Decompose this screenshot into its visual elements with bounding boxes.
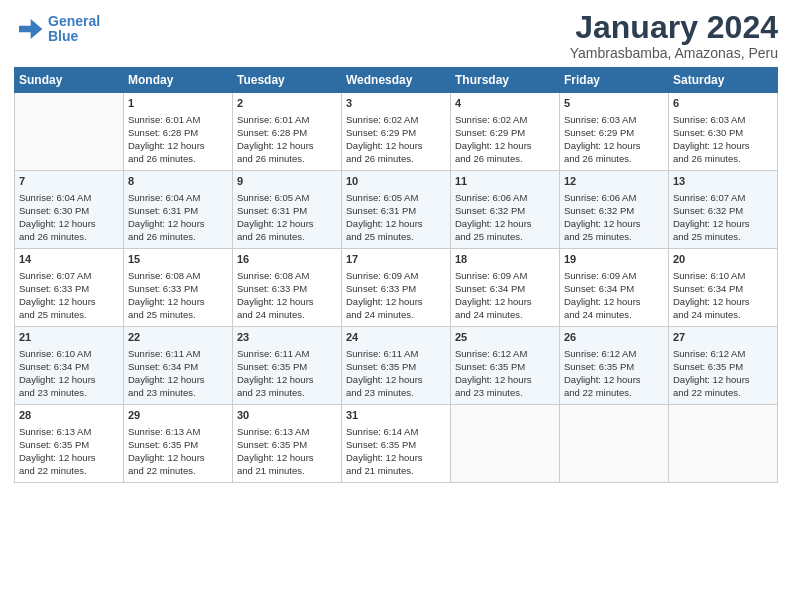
cell-content: Sunrise: 6:06 AM Sunset: 6:32 PM Dayligh… (564, 191, 664, 244)
cell-content: Sunrise: 6:10 AM Sunset: 6:34 PM Dayligh… (673, 269, 773, 322)
logo: General Blue (14, 14, 100, 45)
cell-content: Sunrise: 6:12 AM Sunset: 6:35 PM Dayligh… (455, 347, 555, 400)
day-number: 19 (564, 252, 664, 267)
cell-content: Sunrise: 6:13 AM Sunset: 6:35 PM Dayligh… (237, 425, 337, 478)
calendar-cell: 22Sunrise: 6:11 AM Sunset: 6:34 PM Dayli… (124, 327, 233, 405)
cell-content: Sunrise: 6:13 AM Sunset: 6:35 PM Dayligh… (19, 425, 119, 478)
cell-content: Sunrise: 6:12 AM Sunset: 6:35 PM Dayligh… (564, 347, 664, 400)
cell-content: Sunrise: 6:13 AM Sunset: 6:35 PM Dayligh… (128, 425, 228, 478)
cell-content: Sunrise: 6:11 AM Sunset: 6:35 PM Dayligh… (237, 347, 337, 400)
day-number: 11 (455, 174, 555, 189)
calendar-cell: 14Sunrise: 6:07 AM Sunset: 6:33 PM Dayli… (15, 249, 124, 327)
calendar-cell: 31Sunrise: 6:14 AM Sunset: 6:35 PM Dayli… (342, 405, 451, 483)
col-header-thursday: Thursday (451, 68, 560, 93)
calendar-cell: 1Sunrise: 6:01 AM Sunset: 6:28 PM Daylig… (124, 93, 233, 171)
day-number: 30 (237, 408, 337, 423)
calendar-week-1: 1Sunrise: 6:01 AM Sunset: 6:28 PM Daylig… (15, 93, 778, 171)
cell-content: Sunrise: 6:06 AM Sunset: 6:32 PM Dayligh… (455, 191, 555, 244)
col-header-wednesday: Wednesday (342, 68, 451, 93)
cell-content: Sunrise: 6:02 AM Sunset: 6:29 PM Dayligh… (346, 113, 446, 166)
calendar-cell: 27Sunrise: 6:12 AM Sunset: 6:35 PM Dayli… (669, 327, 778, 405)
calendar-cell (669, 405, 778, 483)
calendar-cell (15, 93, 124, 171)
calendar-week-2: 7Sunrise: 6:04 AM Sunset: 6:30 PM Daylig… (15, 171, 778, 249)
cell-content: Sunrise: 6:11 AM Sunset: 6:35 PM Dayligh… (346, 347, 446, 400)
calendar-cell: 29Sunrise: 6:13 AM Sunset: 6:35 PM Dayli… (124, 405, 233, 483)
calendar-week-5: 28Sunrise: 6:13 AM Sunset: 6:35 PM Dayli… (15, 405, 778, 483)
day-number: 28 (19, 408, 119, 423)
cell-content: Sunrise: 6:02 AM Sunset: 6:29 PM Dayligh… (455, 113, 555, 166)
calendar-cell: 16Sunrise: 6:08 AM Sunset: 6:33 PM Dayli… (233, 249, 342, 327)
day-number: 29 (128, 408, 228, 423)
calendar-cell: 28Sunrise: 6:13 AM Sunset: 6:35 PM Dayli… (15, 405, 124, 483)
day-number: 3 (346, 96, 446, 111)
day-number: 25 (455, 330, 555, 345)
page-container: General Blue January 2024 Yambrasbamba, … (0, 0, 792, 489)
day-number: 12 (564, 174, 664, 189)
day-number: 18 (455, 252, 555, 267)
calendar-cell: 3Sunrise: 6:02 AM Sunset: 6:29 PM Daylig… (342, 93, 451, 171)
cell-content: Sunrise: 6:03 AM Sunset: 6:29 PM Dayligh… (564, 113, 664, 166)
calendar-cell: 2Sunrise: 6:01 AM Sunset: 6:28 PM Daylig… (233, 93, 342, 171)
calendar-cell: 6Sunrise: 6:03 AM Sunset: 6:30 PM Daylig… (669, 93, 778, 171)
cell-content: Sunrise: 6:04 AM Sunset: 6:31 PM Dayligh… (128, 191, 228, 244)
calendar-cell: 18Sunrise: 6:09 AM Sunset: 6:34 PM Dayli… (451, 249, 560, 327)
calendar-cell: 20Sunrise: 6:10 AM Sunset: 6:34 PM Dayli… (669, 249, 778, 327)
calendar-cell: 26Sunrise: 6:12 AM Sunset: 6:35 PM Dayli… (560, 327, 669, 405)
calendar-cell: 25Sunrise: 6:12 AM Sunset: 6:35 PM Dayli… (451, 327, 560, 405)
day-number: 20 (673, 252, 773, 267)
header: General Blue January 2024 Yambrasbamba, … (14, 10, 778, 61)
cell-content: Sunrise: 6:03 AM Sunset: 6:30 PM Dayligh… (673, 113, 773, 166)
day-number: 9 (237, 174, 337, 189)
calendar-cell (451, 405, 560, 483)
calendar-header-row: SundayMondayTuesdayWednesdayThursdayFrid… (15, 68, 778, 93)
cell-content: Sunrise: 6:08 AM Sunset: 6:33 PM Dayligh… (237, 269, 337, 322)
cell-content: Sunrise: 6:09 AM Sunset: 6:33 PM Dayligh… (346, 269, 446, 322)
day-number: 6 (673, 96, 773, 111)
calendar-cell: 12Sunrise: 6:06 AM Sunset: 6:32 PM Dayli… (560, 171, 669, 249)
main-title: January 2024 (570, 10, 778, 45)
calendar-cell (560, 405, 669, 483)
calendar-cell: 21Sunrise: 6:10 AM Sunset: 6:34 PM Dayli… (15, 327, 124, 405)
calendar-cell: 11Sunrise: 6:06 AM Sunset: 6:32 PM Dayli… (451, 171, 560, 249)
calendar-cell: 15Sunrise: 6:08 AM Sunset: 6:33 PM Dayli… (124, 249, 233, 327)
cell-content: Sunrise: 6:07 AM Sunset: 6:32 PM Dayligh… (673, 191, 773, 244)
calendar-cell: 13Sunrise: 6:07 AM Sunset: 6:32 PM Dayli… (669, 171, 778, 249)
cell-content: Sunrise: 6:09 AM Sunset: 6:34 PM Dayligh… (455, 269, 555, 322)
cell-content: Sunrise: 6:07 AM Sunset: 6:33 PM Dayligh… (19, 269, 119, 322)
cell-content: Sunrise: 6:01 AM Sunset: 6:28 PM Dayligh… (128, 113, 228, 166)
col-header-saturday: Saturday (669, 68, 778, 93)
logo-icon (14, 14, 44, 44)
cell-content: Sunrise: 6:14 AM Sunset: 6:35 PM Dayligh… (346, 425, 446, 478)
cell-content: Sunrise: 6:05 AM Sunset: 6:31 PM Dayligh… (346, 191, 446, 244)
day-number: 4 (455, 96, 555, 111)
cell-content: Sunrise: 6:01 AM Sunset: 6:28 PM Dayligh… (237, 113, 337, 166)
cell-content: Sunrise: 6:05 AM Sunset: 6:31 PM Dayligh… (237, 191, 337, 244)
cell-content: Sunrise: 6:12 AM Sunset: 6:35 PM Dayligh… (673, 347, 773, 400)
calendar-cell: 4Sunrise: 6:02 AM Sunset: 6:29 PM Daylig… (451, 93, 560, 171)
logo-text: General Blue (48, 14, 100, 45)
day-number: 16 (237, 252, 337, 267)
calendar-week-3: 14Sunrise: 6:07 AM Sunset: 6:33 PM Dayli… (15, 249, 778, 327)
col-header-monday: Monday (124, 68, 233, 93)
day-number: 8 (128, 174, 228, 189)
day-number: 23 (237, 330, 337, 345)
calendar-cell: 5Sunrise: 6:03 AM Sunset: 6:29 PM Daylig… (560, 93, 669, 171)
day-number: 26 (564, 330, 664, 345)
calendar-cell: 19Sunrise: 6:09 AM Sunset: 6:34 PM Dayli… (560, 249, 669, 327)
cell-content: Sunrise: 6:04 AM Sunset: 6:30 PM Dayligh… (19, 191, 119, 244)
subtitle: Yambrasbamba, Amazonas, Peru (570, 45, 778, 61)
calendar-cell: 10Sunrise: 6:05 AM Sunset: 6:31 PM Dayli… (342, 171, 451, 249)
logo-line2: Blue (48, 28, 78, 44)
day-number: 27 (673, 330, 773, 345)
day-number: 1 (128, 96, 228, 111)
logo-line1: General (48, 13, 100, 29)
calendar-cell: 17Sunrise: 6:09 AM Sunset: 6:33 PM Dayli… (342, 249, 451, 327)
day-number: 17 (346, 252, 446, 267)
calendar-cell: 24Sunrise: 6:11 AM Sunset: 6:35 PM Dayli… (342, 327, 451, 405)
calendar-table: SundayMondayTuesdayWednesdayThursdayFrid… (14, 67, 778, 483)
calendar-cell: 23Sunrise: 6:11 AM Sunset: 6:35 PM Dayli… (233, 327, 342, 405)
day-number: 31 (346, 408, 446, 423)
day-number: 22 (128, 330, 228, 345)
cell-content: Sunrise: 6:10 AM Sunset: 6:34 PM Dayligh… (19, 347, 119, 400)
